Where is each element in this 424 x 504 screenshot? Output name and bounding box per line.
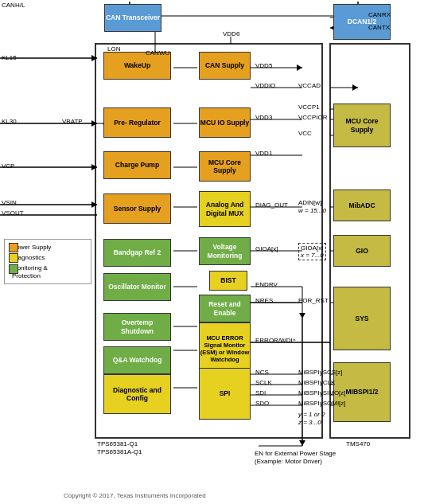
svg-marker-11 xyxy=(91,120,97,127)
mcu-io-supply-block: MCU IO Supply xyxy=(199,107,251,138)
lgn-label: LGN xyxy=(107,45,120,53)
vcc-label: VCC xyxy=(298,130,312,137)
gioa-x-right-label: GIOA[x] x = 7...0 xyxy=(298,243,326,260)
tps2-label: TPS65381A-Q1 xyxy=(97,448,142,455)
error-wdi-label: ERROR/WDI^ xyxy=(255,337,295,344)
copyright-label: Copyright © 2017, Texas Instruments Inco… xyxy=(64,492,206,499)
bist-block: BIST xyxy=(209,271,247,291)
sdo-label: SDO xyxy=(255,400,269,407)
voltage-monitoring-block: Voltage Monitoring xyxy=(199,237,251,265)
svg-marker-22 xyxy=(352,84,358,91)
overtemp-block: Overtemp Shutdown xyxy=(103,313,171,341)
vsin-label: VSIN xyxy=(2,199,17,206)
charge-pump-block: Charge Pump xyxy=(103,151,171,179)
svg-marker-39 xyxy=(299,313,305,318)
vdd3-label: VDD3 xyxy=(255,114,272,121)
vccp1-label: VCCP1 xyxy=(298,104,320,111)
w-eq-label: w = 15...0 xyxy=(298,207,326,214)
vsout-label: VSOUT xyxy=(2,209,24,217)
mcu-core-supply-right-block: MCU Core Supply xyxy=(333,104,391,147)
vdd6-label: VDD6 xyxy=(223,30,239,37)
vdd1-label: VDD1 xyxy=(255,150,272,157)
mibspi-somi-label: MiBSPIySOMI[z] xyxy=(298,400,346,407)
svg-marker-74 xyxy=(299,440,305,446)
oscillator-monitor-block: Oscillator Monitor xyxy=(103,273,171,301)
z-eq-label: z = 3...0 xyxy=(298,419,321,426)
kl30-label: KL30 xyxy=(2,118,17,125)
gioa-x-left-label: GIOA[x] xyxy=(255,245,278,252)
diag-config-block: Diagnostic and Config xyxy=(103,374,171,414)
ncs-label: NCS xyxy=(255,369,269,376)
vbatp-label: VBATP xyxy=(62,118,83,125)
mibspi-simo-label: MiBSPIySIMO[z] xyxy=(298,389,346,397)
sensor-supply-block: Sensor Supply xyxy=(103,193,171,224)
legend-monitor-box xyxy=(9,264,18,274)
svg-marker-7 xyxy=(91,55,97,61)
y-eq-label: y = 1 or 2 xyxy=(298,411,325,418)
dcan-block: DCAN1/2 xyxy=(333,4,391,40)
canwu-label: CANWU xyxy=(146,49,169,57)
kl15-label: KL15 xyxy=(2,54,17,61)
tps1-label: TPS65381-Q1 xyxy=(97,440,138,447)
mibspi-scs-label: MiBSPIySCS[z] xyxy=(298,369,343,376)
vddio-label: VDDIO xyxy=(255,82,275,89)
spi-block: SPI xyxy=(199,368,251,420)
can-transceiver-block: CAN Transceiver xyxy=(104,4,161,32)
gio-block: GIO xyxy=(333,235,391,267)
svg-marker-13 xyxy=(91,164,97,170)
legend-diag-box xyxy=(9,253,18,263)
mibspi-clk-label: MiBSPIyCLK xyxy=(298,379,335,386)
en-example-label: (Example: Motor Driver) xyxy=(255,458,322,465)
svg-marker-15 xyxy=(91,201,97,208)
mibadc-block: MibADC xyxy=(333,189,391,221)
qa-watchdog-block: Q&A Watchdog xyxy=(103,346,171,374)
en-label: EN for External Power Stage xyxy=(255,450,336,457)
can-supply-block: CAN Supply xyxy=(199,52,251,80)
endrv-label: ENDRV xyxy=(255,281,278,288)
legend-power-box xyxy=(9,243,18,252)
pre-regulator-block: Pre- Regulator xyxy=(103,107,171,138)
vccpior-label: VCCPIOR xyxy=(298,114,327,121)
nres-label: NRES xyxy=(255,297,273,304)
diag-out-label: DIAG_OUT xyxy=(255,201,288,209)
canrx-label: CANRX xyxy=(368,11,391,18)
tms470-label: TMS470 xyxy=(346,440,370,447)
sdi-label: SDI xyxy=(255,389,266,397)
mcu-core-supply-block: MCU Core Supply xyxy=(199,151,251,182)
bandgap-block: Bandgap Ref 2 xyxy=(103,239,171,267)
adin-label: ADIN[w] xyxy=(298,199,321,206)
canh-label: CANH/L xyxy=(2,2,25,9)
vcp-label: VCP xyxy=(2,162,14,170)
vdd5-label: VDD5 xyxy=(255,62,272,69)
reset-enable-block: Reset and Enable xyxy=(199,295,251,322)
cantx-label: CANTX xyxy=(368,24,390,31)
svg-marker-19 xyxy=(297,64,302,71)
vccad-label: VCCAD xyxy=(298,82,321,89)
por-rst-label: POR_RST xyxy=(298,297,329,304)
sclk-label: SCLK xyxy=(255,379,272,386)
analog-mux-block: Analog And Digital MUX xyxy=(199,191,251,227)
mcu-error-block: MCU ERROR Signal Monitor (ESM) or Window… xyxy=(199,322,251,374)
diagram: CAN Transceiver DCAN1/2 WakeUp CAN Suppl… xyxy=(0,0,424,504)
sys-block: SYS xyxy=(333,287,391,350)
